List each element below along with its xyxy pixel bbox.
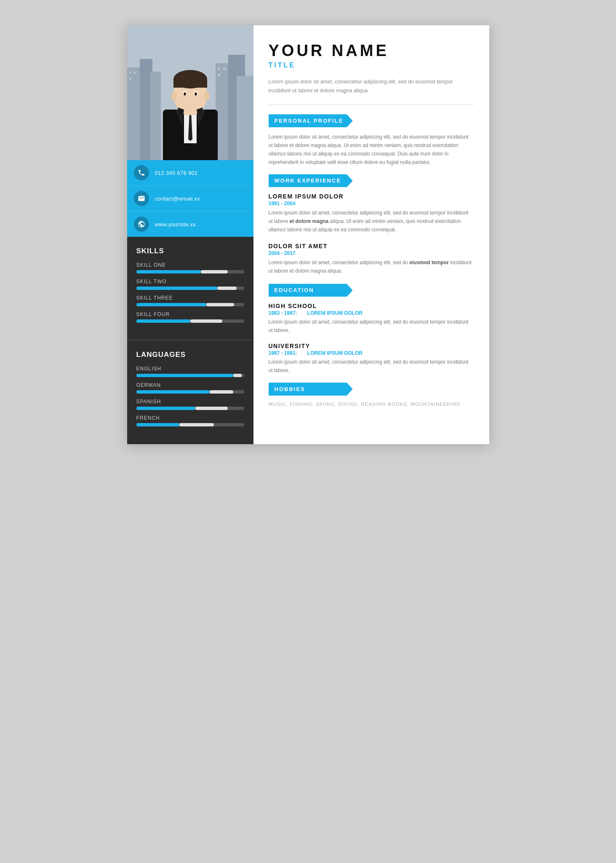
email-contact: contact@email.xx <box>127 186 253 212</box>
globe-icon <box>138 220 145 228</box>
edu-entry-1: HIGH SCHOOL 1983 - 1987: LOREM IPSUM DOL… <box>269 303 474 335</box>
skill-white-2 <box>217 287 237 290</box>
edu-years-1: 1983 - 1987: <box>269 310 297 316</box>
skills-heading: SKILLS <box>136 247 244 255</box>
phone-contact: 012 345 678 901 <box>127 160 253 186</box>
svg-rect-6 <box>237 76 253 160</box>
lang-bar-french <box>136 423 244 426</box>
skill-white-4 <box>190 319 223 323</box>
skill-label-1: SKILL ONE <box>136 262 244 268</box>
work-experience-banner: WORK EXPERIENCE <box>269 174 353 187</box>
skill-white-1 <box>201 270 228 273</box>
skill-label-3: SKILL THREE <box>136 295 244 301</box>
website-contact: www.yoursite.xx <box>127 212 253 237</box>
lang-fill-french <box>136 423 179 426</box>
work-entry-1: LOREM IPSUM DOLOR 1991 - 2004 Lorem ipsu… <box>269 193 474 234</box>
lang-fill-german <box>136 390 210 394</box>
lang-label-spanish: SPANISH <box>136 399 244 405</box>
edu-place-1: LOREM IPSUM DOLOR <box>307 310 363 316</box>
svg-rect-11 <box>223 67 226 70</box>
work-desc-2: Lorem ipsum dolor sit amet, consectetur … <box>269 259 474 276</box>
skill-label-4: SKILL FOUR <box>136 311 244 317</box>
email-icon-wrap <box>134 191 149 206</box>
skill-fill-1 <box>136 270 201 273</box>
lang-bar-english <box>136 374 244 377</box>
skill-item-3: SKILL THREE <box>136 295 244 306</box>
lang-white-german <box>210 390 233 394</box>
skill-bar-4 <box>136 319 244 323</box>
svg-point-25 <box>204 92 210 100</box>
lang-white-spanish <box>195 407 228 410</box>
languages-section: LANGUAGES ENGLISH GERMAN SPANISH <box>127 340 253 444</box>
svg-rect-10 <box>218 67 220 70</box>
hobbies-banner: HOBBIES <box>269 383 353 396</box>
lang-item-german: GERMAN <box>136 382 244 394</box>
personal-profile-text: Lorem ipsum dolor sit amet, consectetur … <box>269 133 474 166</box>
svg-point-28 <box>184 92 186 96</box>
phone-icon <box>138 169 145 177</box>
edu-desc-2: Lorem ipsum dolor sit amet, consectetur … <box>269 358 474 375</box>
skill-bar-1 <box>136 270 244 273</box>
work-desc-1: Lorem ipsum dolor sit amet, consectetur … <box>269 209 474 234</box>
lang-label-german: GERMAN <box>136 382 244 388</box>
work-experience-header: WORK EXPERIENCE <box>269 174 474 187</box>
edu-title-1: HIGH SCHOOL <box>269 303 474 309</box>
skill-bar-2 <box>136 287 244 290</box>
website-text: www.yoursite.xx <box>155 221 196 228</box>
skill-bar-3 <box>136 303 244 306</box>
lang-item-spanish: SPANISH <box>136 399 244 410</box>
edu-entry-2: UNIVERSITY 1987 - 1991: LOREM IPSUM DOLO… <box>269 343 474 375</box>
work-title-2: DOLOR SIT AMET <box>269 243 474 249</box>
svg-rect-7 <box>129 72 131 74</box>
work-years-1: 1991 - 2004 <box>269 201 474 206</box>
skill-fill-4 <box>136 319 190 323</box>
svg-rect-3 <box>150 72 161 160</box>
edu-desc-1: Lorem ipsum dolor sit amet, consectetur … <box>269 318 474 335</box>
svg-rect-19 <box>173 79 207 88</box>
hobbies-list: MUSIC, FISHING, SKIING, DIVING, READING … <box>269 402 474 407</box>
work-years-2: 2004 - 2017 <box>269 250 474 256</box>
edu-title-2: UNIVERSITY <box>269 343 474 349</box>
svg-rect-9 <box>129 78 131 80</box>
personal-profile-header: PERSONAL PROFILE <box>269 114 474 127</box>
lang-label-english: ENGLISH <box>136 366 244 372</box>
skill-fill-3 <box>136 303 206 306</box>
education-header: EDUCATION <box>269 284 474 297</box>
lang-item-english: ENGLISH <box>136 366 244 377</box>
edu-years-2: 1987 - 1991: <box>269 350 297 356</box>
right-column: YOUR NAME TITLE Lorem ipsum dolor sit am… <box>253 25 489 444</box>
education-banner: EDUCATION <box>269 284 353 297</box>
skill-fill-2 <box>136 287 217 290</box>
contact-section: 012 345 678 901 contact@email.xx www.you… <box>127 160 253 237</box>
lang-bar-spanish <box>136 407 244 410</box>
edu-years-row-1: 1983 - 1987: LOREM IPSUM DOLOR <box>269 310 474 316</box>
resume-title: TITLE <box>269 62 474 69</box>
lang-bar-german <box>136 390 244 394</box>
lang-label-french: FRENCH <box>136 415 244 421</box>
personal-profile-banner: PERSONAL PROFILE <box>269 114 353 127</box>
left-column: 012 345 678 901 contact@email.xx www.you… <box>127 25 253 444</box>
name-block: YOUR NAME TITLE <box>269 42 474 69</box>
phone-icon-wrap <box>134 165 149 180</box>
intro-text: Lorem ipsum dolor sit amet, consectetur … <box>269 78 474 105</box>
email-icon <box>138 195 145 202</box>
work-title-1: LOREM IPSUM DOLOR <box>269 193 474 200</box>
svg-rect-8 <box>133 72 136 74</box>
resume-name: YOUR NAME <box>269 42 474 60</box>
skill-label-2: SKILL TWO <box>136 279 244 284</box>
hobbies-header: HOBBIES <box>269 383 474 396</box>
lang-white-english <box>233 374 242 377</box>
svg-rect-12 <box>218 74 220 76</box>
skill-white-3 <box>206 303 235 306</box>
svg-point-29 <box>195 92 197 96</box>
lang-fill-english <box>136 374 233 377</box>
globe-icon-wrap <box>134 217 149 232</box>
skill-item-4: SKILL FOUR <box>136 311 244 323</box>
lang-item-french: FRENCH <box>136 415 244 426</box>
svg-point-24 <box>171 92 177 100</box>
lang-fill-spanish <box>136 407 196 410</box>
skill-item-1: SKILL ONE <box>136 262 244 273</box>
resume-wrapper: 012 345 678 901 contact@email.xx www.you… <box>127 25 489 444</box>
skill-item-2: SKILL TWO <box>136 279 244 290</box>
lang-white-french <box>179 423 214 426</box>
